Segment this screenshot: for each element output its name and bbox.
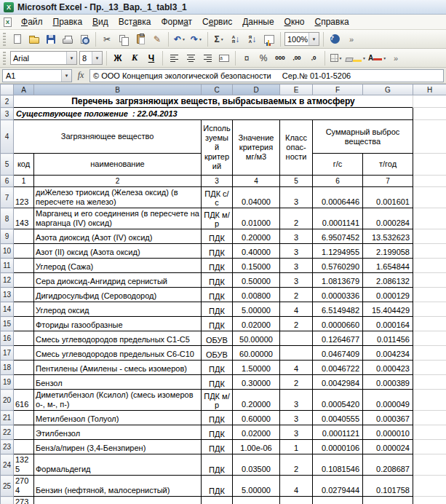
cell-G6[interactable]: 7 <box>363 176 413 187</box>
cell-G13[interactable]: 0.000129 <box>363 288 413 302</box>
column-header-G[interactable]: G <box>363 84 413 95</box>
menu-item-file[interactable]: Файл <box>16 15 48 28</box>
cell-E17[interactable] <box>280 346 313 361</box>
cell-G15[interactable]: 0.000164 <box>363 317 413 331</box>
cell-H18[interactable] <box>413 361 446 375</box>
paste-button[interactable] <box>132 31 148 47</box>
cell-H21[interactable] <box>413 411 446 425</box>
cell-H5[interactable] <box>413 154 446 176</box>
currency-button[interactable]: ¤ <box>239 50 255 66</box>
cell-A21[interactable] <box>14 411 34 425</box>
cell-B25[interactable]: Бензин (нефтяной, малосернистый) <box>34 476 202 497</box>
zoom-select[interactable]: 100%▼ <box>284 32 319 46</box>
cell-B7[interactable]: диЖелезо триоксид (Железа оксид) (в пере… <box>34 187 202 208</box>
cell-C16[interactable]: ОБУВ <box>202 331 233 346</box>
row-header-3[interactable]: 3 <box>1 108 14 120</box>
cell-F9[interactable]: 6.9507452 <box>313 229 363 244</box>
cell-G19[interactable]: 0.000389 <box>363 375 413 390</box>
cell-C6[interactable]: 3 <box>202 176 233 187</box>
cell-C19[interactable]: ПДК <box>202 375 233 390</box>
cell-D15[interactable]: 0.02000 <box>233 317 280 331</box>
column-header-C[interactable]: C <box>202 84 233 95</box>
cell-A24[interactable]: 1325 <box>14 454 34 476</box>
decrease-decimal-button[interactable]: ,0 <box>306 50 322 66</box>
insert-function-button[interactable]: fx <box>74 69 87 82</box>
font-size-select[interactable]: 8▼ <box>79 51 103 65</box>
menu-item-edit[interactable]: Правка <box>48 15 88 28</box>
cell-H15[interactable] <box>413 317 446 331</box>
cell-B15[interactable]: Фториды газообразные <box>34 317 202 331</box>
cell-E25[interactable]: 4 <box>280 476 313 497</box>
cell-E20[interactable]: 3 <box>280 390 313 411</box>
cell-G11[interactable]: 1.654844 <box>363 259 413 273</box>
menu-item-help[interactable]: Справка <box>309 15 354 28</box>
cell-F26[interactable]: 2.6613751 <box>313 497 363 504</box>
row-header-20[interactable]: 20 <box>1 390 14 411</box>
cut-button[interactable]: ✂ <box>99 31 115 47</box>
menu-item-tools[interactable]: Сервис <box>197 15 237 28</box>
menu-item-view[interactable]: Вид <box>87 15 114 28</box>
cell-A19[interactable] <box>14 375 34 390</box>
cell-B6[interactable]: 2 <box>34 176 202 187</box>
cell-B19[interactable]: Бензол <box>34 375 202 390</box>
row-header-25[interactable]: 25 <box>1 476 14 497</box>
cell-F17[interactable]: 0.0467409 <box>313 346 363 361</box>
row-header-8[interactable]: 8 <box>1 208 14 229</box>
row-header-17[interactable]: 17 <box>1 346 14 361</box>
cell-F7[interactable]: 0.0006446 <box>313 187 363 208</box>
cell-C11[interactable]: ПДК <box>202 259 233 273</box>
menu-item-insert[interactable]: Вставка <box>114 15 156 28</box>
cell-D19[interactable]: 0.30000 <box>233 375 280 390</box>
cell-E13[interactable]: 2 <box>280 288 313 302</box>
align-left-button[interactable] <box>166 50 182 66</box>
cell-F10[interactable]: 1.1294955 <box>313 244 363 259</box>
underline-button[interactable]: Ч <box>143 50 159 66</box>
cell-H9[interactable] <box>413 229 446 244</box>
cell-E26[interactable] <box>280 497 313 504</box>
thousands-button[interactable]: 000 <box>272 50 288 66</box>
cell-B8[interactable]: Марганец и его соединения (в пересчете н… <box>34 208 202 229</box>
cell-D11[interactable]: 0.15000 <box>233 259 280 273</box>
row-header-6[interactable]: 6 <box>1 176 14 187</box>
row-header-5[interactable]: 5 <box>1 154 14 176</box>
toolbar-grip[interactable] <box>3 33 6 46</box>
cell-H11[interactable] <box>413 259 446 273</box>
cell-A7[interactable]: 123 <box>14 187 34 208</box>
cell-H23[interactable] <box>413 440 446 454</box>
cell-D7[interactable]: 0.04000 <box>233 187 280 208</box>
cell-B24[interactable]: Формальдегид <box>34 454 202 476</box>
cell-H16[interactable] <box>413 331 446 346</box>
cell-F25[interactable]: 0.0279444 <box>313 476 363 497</box>
cell-E14[interactable]: 4 <box>280 302 313 317</box>
cell-C8[interactable]: ПДК м/р <box>202 208 233 229</box>
cell-F16[interactable]: 0.1264677 <box>313 331 363 346</box>
cell-H6[interactable] <box>413 176 446 187</box>
cell-A8[interactable]: 143 <box>14 208 34 229</box>
row-header-16[interactable]: 16 <box>1 331 14 346</box>
open-button[interactable] <box>26 31 42 47</box>
cell-A20[interactable]: 616 <box>14 390 34 411</box>
sort-desc-button[interactable]: ЯА↓ <box>244 31 260 47</box>
column-header-A[interactable]: A <box>14 84 34 95</box>
cell-A10[interactable] <box>14 244 34 259</box>
cell-G22[interactable]: 0.000010 <box>363 425 413 440</box>
cell-D26[interactable]: 1.20000 <box>233 497 280 504</box>
cell-C25[interactable]: ПДК <box>202 476 233 497</box>
chart-button[interactable] <box>261 31 277 47</box>
cell-A13[interactable] <box>14 288 34 302</box>
header-cell-code[interactable]: код <box>14 154 34 176</box>
cell-G9[interactable]: 13.532623 <box>363 229 413 244</box>
cell-H17[interactable] <box>413 346 446 361</box>
header-cell-gs[interactable]: г/с <box>313 154 363 176</box>
cell-D24[interactable]: 0.03500 <box>233 454 280 476</box>
cell-G7[interactable]: 0.001601 <box>363 187 413 208</box>
cell-D8[interactable]: 0.01000 <box>233 208 280 229</box>
print-button[interactable] <box>60 31 76 47</box>
bold-button[interactable]: Ж <box>110 50 126 66</box>
cell-H13[interactable] <box>413 288 446 302</box>
cell-E23[interactable]: 1 <box>280 440 313 454</box>
cell-G23[interactable]: 0.000024 <box>363 440 413 454</box>
cell-B16[interactable]: Смесь углеводородов предельных С1-С5 <box>34 331 202 346</box>
cell-B11[interactable]: Углерод (Сажа) <box>34 259 202 273</box>
autosum-button[interactable]: Σ▼ <box>211 31 227 47</box>
